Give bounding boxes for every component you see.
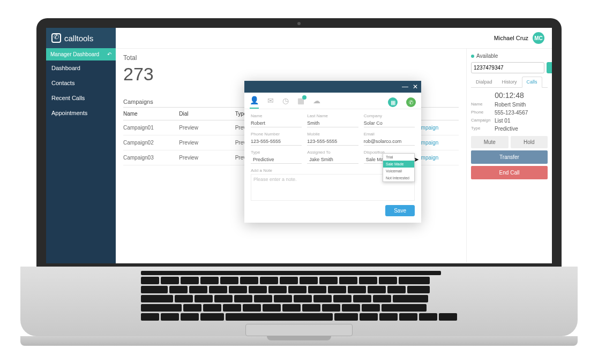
cell-name: Campaign02 [123, 140, 179, 146]
assigned-label: Assigned To [307, 150, 358, 155]
disposition-dropdown: Trial Sale Made Voicemail Not Interested [383, 153, 415, 182]
nav-dashboard[interactable]: Dashboard [46, 60, 116, 75]
mobile-label: Mobile [307, 132, 358, 136]
kv-campaign-value: List 01 [495, 118, 510, 124]
minimize-icon[interactable]: — [402, 83, 408, 90]
back-icon: ↶ [107, 51, 111, 57]
status-text: Available [476, 53, 498, 59]
status-dot-icon [471, 55, 474, 58]
kv-type-label: Type [471, 126, 495, 132]
calendar-icon[interactable]: ▦ [297, 96, 304, 108]
kv-type-value: Predictive [495, 126, 518, 132]
email-label: Email [364, 132, 415, 136]
modal-header: — ✕ [244, 81, 421, 93]
clock-icon[interactable]: ◷ [282, 96, 289, 108]
lastname-label: Last Name [307, 113, 358, 118]
contact-modal: — ✕ 👤 ✉ ◷ ▦ ☁ ▦ [244, 81, 421, 223]
assigned-select[interactable]: Jake Smith [307, 156, 358, 164]
kv-name-value: Robert Smith [495, 102, 526, 108]
manager-dashboard-button[interactable]: Manager Dashboard ↶ [46, 48, 116, 60]
col-dial: Dial [179, 111, 235, 117]
col-name: Name [123, 111, 179, 117]
mute-button[interactable]: Mute [471, 136, 509, 148]
cell-name: Campaign01 [123, 125, 179, 131]
nav-recent-calls[interactable]: Recent Calls [46, 90, 116, 105]
logo: calltools [46, 28, 116, 48]
user-name: Michael Cruz [494, 35, 528, 41]
dial-input[interactable] [471, 62, 544, 73]
end-call-button[interactable]: End Call [471, 166, 548, 179]
nav-appointments[interactable]: Appointments [46, 105, 116, 120]
dropdown-item-voicemail[interactable]: Voicemail [383, 168, 414, 175]
name-label: Name [251, 113, 302, 118]
cell-name: Campaign03 [123, 155, 179, 161]
cloud-icon[interactable]: ☁ [313, 96, 320, 108]
tab-calls[interactable]: Calls [522, 77, 542, 88]
dropdown-item-sale-made[interactable]: Sale Made [383, 161, 414, 168]
phone-field[interactable]: 123-555-5555 [251, 138, 302, 146]
company-field[interactable]: Solar Co [364, 119, 415, 127]
sidebar: calltools Manager Dashboard ↶ Dashboard … [46, 28, 116, 263]
dropdown-item-not-interested[interactable]: Not Interested [383, 175, 414, 181]
call-timer: 00:12:48 [471, 91, 548, 100]
contact-icon[interactable]: 👤 [250, 96, 259, 109]
hold-button[interactable]: Hold [511, 136, 548, 148]
totals-label: Total [123, 54, 459, 62]
topbar: Michael Cruz MC [116, 28, 552, 49]
mobile-field[interactable]: 123-555-5555 [307, 138, 358, 146]
phone-icon [51, 33, 61, 43]
tab-history[interactable]: History [497, 77, 522, 87]
transfer-button[interactable]: Transfer [471, 150, 548, 164]
schedule-icon[interactable]: ▦ [388, 97, 398, 107]
dropdown-item-trial[interactable]: Trial [383, 154, 414, 161]
save-button[interactable]: Save [385, 205, 415, 216]
type-select[interactable]: Predictive [251, 156, 302, 164]
cell-dial: Preview [179, 125, 235, 131]
lastname-field[interactable]: Smith [307, 119, 358, 127]
kv-phone-value: 555-123-4567 [495, 110, 528, 116]
call-icon[interactable]: ✆ [406, 97, 416, 107]
brand-text: calltools [64, 34, 93, 43]
kv-name-label: Name [471, 102, 495, 108]
company-label: Company [364, 113, 415, 118]
nav-contacts[interactable]: Contacts [46, 75, 116, 90]
call-button[interactable]: Call [547, 62, 552, 73]
mail-icon[interactable]: ✉ [267, 96, 274, 108]
tab-dialpad[interactable]: Dialpad [471, 77, 497, 87]
call-panel: Available Call Dialpad History Calls 00:… [466, 49, 552, 263]
avatar[interactable]: MC [533, 32, 544, 44]
cell-dial: Preview [179, 155, 235, 161]
cell-dial: Preview [179, 140, 235, 146]
kv-campaign-label: Campaign [471, 118, 495, 124]
kv-phone-label: Phone [471, 110, 495, 116]
close-icon[interactable]: ✕ [413, 83, 418, 90]
email-field[interactable]: rob@solarco.com [364, 138, 415, 146]
manager-label: Manager Dashboard [50, 51, 99, 57]
name-field[interactable]: Robert [251, 119, 302, 127]
phone-label: Phone Number [251, 132, 302, 136]
type-label: Type [251, 150, 302, 155]
